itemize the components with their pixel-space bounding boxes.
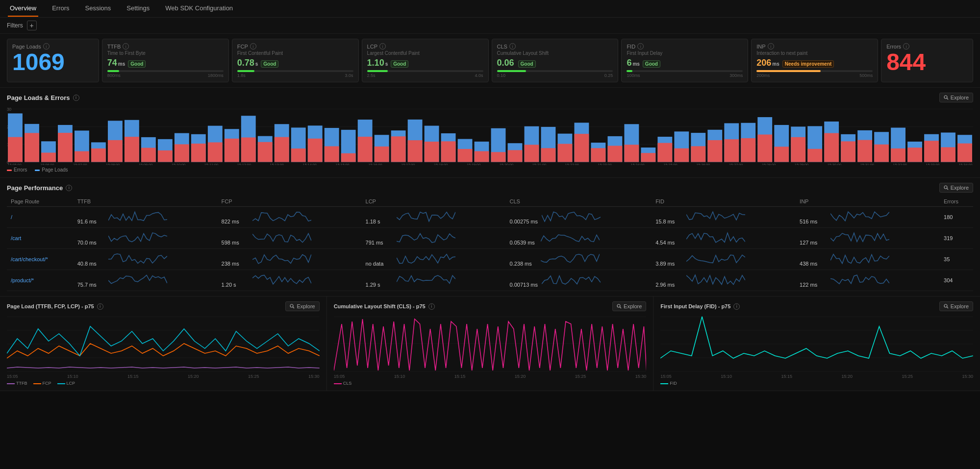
ttfb-info-icon[interactable]: i [123,43,129,49]
explore-button-chart[interactable]: Explore [939,93,973,102]
table-cell-inp: 438 ms [796,249,940,270]
table-cell-errors: 35 [940,249,973,270]
svg-text:30: 30 [7,107,11,112]
chart-legend: Errors Page Loads [7,167,973,173]
explore-button-cls[interactable]: Explore [612,301,646,311]
fid-label: FID [627,44,635,49]
svg-rect-97 [724,139,739,162]
explore-cls-icon [617,304,622,309]
svg-text:15:21:00: 15:21:00 [532,163,546,165]
fcp-subtitle: First Contentful Paint [237,50,353,56]
perf-info-icon[interactable]: i [66,185,72,191]
ttfb-label: TTFB [107,44,121,49]
kpi-ttfb: TTFB i Time to First Byte 74ms Good 800m… [102,39,229,82]
inp-info-icon[interactable]: i [768,43,774,49]
page-loads-errors-section: Page Loads & Errors i Explore 30 20 10 0… [0,88,980,178]
svg-rect-89 [657,143,672,162]
col-lcp: LCP [362,197,506,207]
svg-rect-35 [208,142,223,162]
nav-tab-sessions[interactable]: Sessions [83,0,113,17]
sparkline [830,273,889,287]
inp-bar [756,70,873,72]
svg-rect-123 [941,147,955,162]
fid-ticks: 100ms300ms [627,73,743,78]
explore-page-load-icon [290,304,295,309]
table-cell-ttfb: 91.6 ms [74,207,218,228]
cls-chart-info-icon[interactable]: i [428,303,435,310]
svg-text:15:17:00: 15:17:00 [401,163,415,165]
nav-tab-settings[interactable]: Settings [125,0,151,17]
lcp-bar [367,70,483,72]
top-navigation: Overview Errors Sessions Settings Web SD… [0,0,980,18]
svg-text:15:33:00: 15:33:00 [926,163,939,165]
svg-rect-71 [508,150,523,162]
add-filter-button[interactable]: + [27,21,37,30]
table-cell-route[interactable]: /product/* [7,270,74,291]
explore-button-page-load[interactable]: Explore [285,301,319,311]
svg-rect-121 [924,141,939,162]
kpi-errors: Errors i 844 [881,39,973,82]
sparkline [397,252,455,266]
kpi-inp: INP i Interaction to next paint 206ms Ne… [751,39,878,82]
page-load-x-labels: 15:05 15:10 15:15 15:20 15:25 15:30 [7,374,320,379]
explore-button-fid[interactable]: Explore [939,301,973,311]
table-row: /cart/checkout/*40.8 ms238 msno data0.23… [7,249,973,270]
table-row: /product/*75.7 ms1.20 s1.29 s0.00713 ms2… [7,270,973,291]
svg-rect-59 [408,140,423,162]
svg-text:15:32:00: 15:32:00 [893,163,907,165]
page-load-info-icon[interactable]: i [97,303,103,310]
fid-chart-title: First Input Delay (FID) - p75 i Explore [660,301,973,311]
svg-text:15:19:00: 15:19:00 [467,163,480,165]
sparkline [830,231,889,245]
svg-text:15:12:00: 15:12:00 [237,163,251,165]
page-loads-value: 1069 [12,50,94,74]
kpi-fcp: FCP i First Contentful Paint 0.78s Good … [232,39,359,82]
svg-line-159 [293,307,295,309]
nav-tab-web-sdk[interactable]: Web SDK Configuration [163,0,235,17]
table-cell-cls: 0.0539 ms [506,228,652,249]
cls-info-icon[interactable]: i [509,43,516,49]
table-cell-route[interactable]: /cart/checkout/* [7,249,74,270]
table-cell-ttfb: 75.7 ms [74,270,218,291]
cls-line-chart [334,314,647,373]
fid-legend: FID [660,381,973,386]
svg-rect-31 [175,144,189,162]
table-cell-lcp: no data [362,249,506,270]
table-cell-lcp: 1.18 s [362,207,506,228]
errors-value: 844 [886,50,968,74]
explore-button-perf[interactable]: Explore [939,183,973,193]
svg-rect-67 [475,151,489,162]
svg-text:15:18:00: 15:18:00 [434,163,448,165]
svg-point-165 [617,304,620,307]
svg-rect-11 [8,137,23,162]
kpi-fid: FID i First Input Delay 6ms Good 100ms30… [621,39,748,82]
svg-text:15:07:00: 15:07:00 [73,163,87,165]
col-fcp: FCP [218,197,362,207]
ttfb-badge: Good [128,60,146,68]
table-row: /91.6 ms822 ms1.18 s0.00275 ms15.8 ms516… [7,207,973,228]
fid-line-chart [660,314,973,373]
table-cell-route[interactable]: / [7,207,74,228]
nav-tab-overview[interactable]: Overview [8,0,38,17]
fid-info-icon[interactable]: i [637,43,644,49]
page-loads-label: Page Loads [12,44,41,49]
table-cell-ttfb: 40.8 ms [74,249,218,270]
fid-chart-info-icon[interactable]: i [733,303,740,310]
chart-info-icon[interactable]: i [73,95,79,101]
fcp-info-icon[interactable]: i [250,43,256,49]
lcp-badge: Good [391,60,408,68]
nav-tab-errors[interactable]: Errors [50,0,71,17]
inp-ticks: 200ms500ms [756,73,873,78]
kpi-row: Page Loads i 1069 TTFB i Time to First B… [0,34,980,88]
svg-point-156 [944,186,947,189]
table-cell-route[interactable]: /cart [7,228,74,249]
svg-rect-79 [574,134,589,162]
lcp-info-icon[interactable]: i [379,43,386,49]
explore-perf-icon [944,185,949,190]
svg-rect-17 [58,133,73,162]
svg-text:15:06:00: 15:06:00 [40,163,54,165]
page-load-line-chart [7,314,320,373]
col-route: Page Route [7,197,74,207]
fcp-badge: Good [261,60,278,68]
sparkline [252,231,311,245]
